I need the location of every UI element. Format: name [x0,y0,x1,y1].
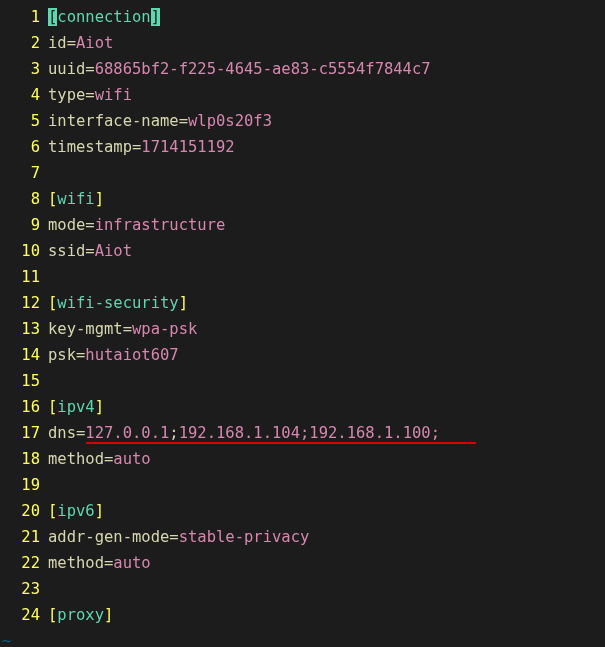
code-line[interactable]: 16[ipv4] [0,394,605,420]
line-number: 11 [0,264,48,290]
token: [ [48,398,57,416]
token: ipv4 [57,398,94,416]
token: psk [48,346,76,364]
token: ] [179,294,188,312]
code-line[interactable]: 1[connection] [0,4,605,30]
code-line[interactable]: 7 [0,160,605,186]
line-content[interactable]: [ipv4] [48,394,104,420]
code-line[interactable]: 6timestamp=1714151192 [0,134,605,160]
code-line[interactable]: 4type=wifi [0,82,605,108]
token: addr-gen-mode [48,528,169,546]
line-number: 23 [0,576,48,602]
token: [ [48,190,57,208]
line-number: 16 [0,394,48,420]
line-number: 20 [0,498,48,524]
line-number: 21 [0,524,48,550]
token: [ [48,502,57,520]
line-number: 24 [0,602,48,628]
line-number: 15 [0,368,48,394]
code-line[interactable]: 8[wifi] [0,186,605,212]
code-line[interactable]: 3uuid=68865bf2-f225-4645-ae83-c5554f7844… [0,56,605,82]
line-content[interactable]: method=auto [48,446,151,472]
line-content[interactable]: key-mgmt=wpa-psk [48,316,197,342]
token: method [48,450,104,468]
code-line[interactable]: 17dns=127.0.0.1;192.168.1.104;192.168.1.… [0,420,605,446]
token: [ [48,8,57,26]
token: = [76,424,85,442]
code-line[interactable]: 9mode=infrastructure [0,212,605,238]
token: 192.168.1.104;192.168.1.100; [179,424,440,442]
token: Aiot [95,242,132,260]
token: = [104,450,113,468]
line-content[interactable]: mode=infrastructure [48,212,225,238]
token: wpa-psk [132,320,197,338]
token: ] [151,8,160,26]
code-line[interactable]: 19 [0,472,605,498]
token: wifi [57,190,94,208]
token: auto [113,554,150,572]
line-content[interactable]: [ipv6] [48,498,104,524]
code-line[interactable]: 5interface-name=wlp0s20f3 [0,108,605,134]
vim-tilde: ~ [0,628,605,647]
token: = [76,346,85,364]
line-content[interactable]: [connection] [48,4,160,30]
code-line[interactable]: 14psk=hutaiot607 [0,342,605,368]
line-content[interactable]: [wifi-security] [48,290,188,316]
token: ; [169,424,178,442]
line-number: 8 [0,186,48,212]
token: 127.0.0.1 [85,424,169,442]
token: wlp0s20f3 [188,112,272,130]
line-content[interactable]: id=Aiot [48,30,113,56]
line-content[interactable]: dns=127.0.0.1;192.168.1.104;192.168.1.10… [48,420,440,446]
code-line[interactable]: 22method=auto [0,550,605,576]
code-line[interactable]: 21addr-gen-mode=stable-privacy [0,524,605,550]
token: = [85,216,94,234]
token: [ [48,294,57,312]
token: = [123,320,132,338]
code-line[interactable]: 20[ipv6] [0,498,605,524]
token: = [132,138,141,156]
token: timestamp [48,138,132,156]
code-line[interactable]: 18method=auto [0,446,605,472]
line-content[interactable]: interface-name=wlp0s20f3 [48,108,272,134]
line-content[interactable]: ssid=Aiot [48,238,132,264]
line-content[interactable]: [proxy] [48,602,113,628]
code-line[interactable]: 12[wifi-security] [0,290,605,316]
token: 1714151192 [141,138,234,156]
line-number: 1 [0,4,48,30]
token: = [67,34,76,52]
token: auto [113,450,150,468]
code-line[interactable]: 2id=Aiot [0,30,605,56]
token: ] [104,606,113,624]
line-content[interactable]: psk=hutaiot607 [48,342,179,368]
code-line[interactable]: 15 [0,368,605,394]
token: = [85,60,94,78]
code-line[interactable]: 11 [0,264,605,290]
line-number: 22 [0,550,48,576]
code-line[interactable]: 23 [0,576,605,602]
line-content[interactable]: method=auto [48,550,151,576]
token: key-mgmt [48,320,123,338]
code-editor[interactable]: 1[connection]2id=Aiot3uuid=68865bf2-f225… [0,0,605,628]
line-content[interactable]: [wifi] [48,186,104,212]
token: hutaiot607 [85,346,178,364]
line-content[interactable]: type=wifi [48,82,132,108]
token: ] [95,398,104,416]
token: = [85,242,94,260]
token: = [179,112,188,130]
line-content[interactable]: timestamp=1714151192 [48,134,235,160]
code-line[interactable]: 13key-mgmt=wpa-psk [0,316,605,342]
line-content[interactable]: uuid=68865bf2-f225-4645-ae83-c5554f7844c… [48,56,431,82]
token: wifi-security [57,294,178,312]
code-line[interactable]: 24[proxy] [0,602,605,628]
token: ] [95,502,104,520]
line-number: 7 [0,160,48,186]
token: ] [95,190,104,208]
code-line[interactable]: 10ssid=Aiot [0,238,605,264]
token: Aiot [76,34,113,52]
token: = [104,554,113,572]
line-number: 5 [0,108,48,134]
token: type [48,86,85,104]
line-content[interactable]: addr-gen-mode=stable-privacy [48,524,309,550]
token: = [85,86,94,104]
